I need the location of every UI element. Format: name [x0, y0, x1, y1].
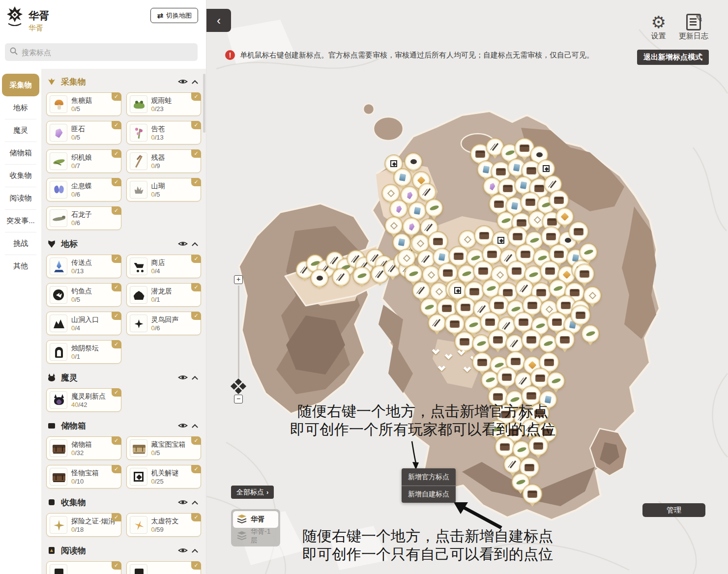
checkbox-checked[interactable]: ✓ — [112, 92, 121, 101]
blue-item-marker[interactable] — [506, 198, 523, 214]
switch-map-button[interactable]: ⇄ 切换地图 — [150, 8, 198, 23]
diamond-marker[interactable] — [423, 266, 439, 283]
crystal-marker[interactable] — [390, 201, 407, 217]
diamond-marker[interactable] — [412, 235, 429, 252]
sidebar-category-6[interactable]: 突发事... — [2, 209, 39, 232]
chest-marker[interactable] — [445, 315, 464, 333]
filter-card[interactable]: 石龙子0/6✓ — [46, 206, 121, 230]
checkbox-checked[interactable]: ✓ — [112, 121, 121, 129]
chest-marker[interactable] — [473, 353, 492, 372]
chest-marker[interactable] — [523, 296, 542, 315]
chest-marker[interactable] — [541, 261, 559, 280]
checkbox-checked[interactable]: ✓ — [112, 312, 121, 320]
checkbox-checked[interactable]: ✓ — [112, 206, 121, 215]
creature-marker[interactable] — [582, 325, 599, 342]
chest-marker[interactable] — [507, 261, 526, 280]
collapse-chevron-icon[interactable] — [192, 242, 198, 248]
context-menu-item-1[interactable]: 新增自建标点 — [402, 486, 456, 503]
visibility-eye-icon[interactable] — [178, 422, 188, 430]
chest-marker[interactable] — [449, 247, 468, 265]
filter-card[interactable]: 传送点0/13✓ — [46, 255, 121, 278]
filter-card[interactable]: 山洞入口0/4✓ — [46, 312, 121, 335]
chest-marker[interactable] — [483, 245, 501, 263]
puzzle-marker[interactable] — [538, 160, 554, 177]
sidebar-category-3[interactable]: 储物箱 — [2, 142, 39, 164]
chest-marker[interactable] — [438, 263, 457, 282]
chest-marker[interactable] — [475, 226, 494, 245]
blue-item-marker[interactable] — [393, 234, 410, 251]
sidebar-category-4[interactable]: 收集物 — [2, 164, 39, 187]
checkbox-checked[interactable]: ✓ — [112, 283, 121, 291]
filter-card[interactable]: ✓ — [126, 561, 202, 574]
visibility-eye-icon[interactable] — [178, 240, 188, 248]
crystal-marker[interactable] — [403, 218, 420, 235]
settings-button[interactable]: ⚙ 设置 — [651, 11, 666, 41]
creature-marker[interactable] — [426, 200, 442, 216]
chest-marker[interactable] — [481, 313, 499, 331]
dark-item-marker[interactable] — [405, 153, 422, 170]
filter-card[interactable]: 商店0/4✓ — [126, 255, 202, 278]
crystal-marker[interactable] — [484, 178, 500, 195]
filter-card[interactable]: 潜龙居0/1✓ — [126, 283, 202, 307]
layer-option-1[interactable]: 华胥-1层 — [233, 528, 278, 545]
filter-card[interactable]: 探险之证·烟消0/18✓ — [46, 513, 121, 537]
creature-marker[interactable] — [465, 316, 482, 333]
sidebar-category-1[interactable]: 地标 — [2, 96, 39, 119]
checkbox-checked[interactable]: ✓ — [191, 121, 201, 129]
checkbox-checked[interactable]: ✓ — [112, 255, 121, 263]
sidebar-category-8[interactable]: 其他 — [2, 255, 39, 277]
chest-marker[interactable] — [531, 369, 550, 387]
visibility-eye-icon[interactable] — [178, 78, 188, 86]
chest-marker[interactable] — [489, 330, 507, 349]
chest-marker[interactable] — [571, 306, 590, 324]
relic-marker[interactable] — [429, 315, 445, 331]
puzzle-marker[interactable] — [449, 282, 466, 299]
diamond-marker[interactable] — [584, 287, 601, 304]
checkbox-checked[interactable]: ✓ — [191, 283, 201, 291]
collapse-chevron-icon[interactable] — [192, 500, 198, 507]
checkbox-checked[interactable]: ✓ — [112, 513, 121, 521]
sidebar-category-0[interactable]: 采集物 — [2, 74, 39, 96]
creature-marker[interactable] — [421, 299, 437, 316]
filter-card[interactable]: 灵鸟回声0/6✓ — [126, 312, 202, 335]
filter-card[interactable]: 太虚符文0/59✓ — [126, 513, 202, 537]
checkbox-checked[interactable]: ✓ — [191, 149, 201, 158]
sidebar-category-2[interactable]: 魔灵 — [2, 119, 39, 142]
filter-card[interactable]: 魔灵刷新点40/42✓ — [46, 388, 121, 412]
search-input[interactable] — [22, 48, 193, 57]
relic-marker[interactable] — [516, 280, 533, 297]
manage-button[interactable]: 管理 — [642, 503, 705, 517]
creature-marker[interactable] — [497, 212, 514, 229]
diamond-marker[interactable] — [431, 283, 447, 300]
checkbox-checked[interactable]: ✓ — [112, 561, 121, 570]
chest-marker[interactable] — [516, 245, 535, 263]
chest-marker[interactable] — [575, 264, 594, 283]
filter-card[interactable]: ✓ — [46, 561, 121, 574]
creature-marker[interactable] — [580, 244, 597, 260]
chest-marker[interactable] — [548, 313, 566, 331]
chest-marker[interactable] — [497, 368, 516, 386]
map-canvas[interactable]: 随便右键一个地方，点击新增官方标点 即可创作一个所有玩家都可以看到的点位 随便右… — [206, 0, 728, 574]
changelog-button[interactable]: 更新日志 — [679, 11, 708, 41]
filter-card[interactable]: 机关解谜0/25✓ — [126, 465, 202, 488]
exit-add-marker-mode-button[interactable]: 退出新增标点模式 — [637, 50, 709, 65]
chest-marker[interactable] — [569, 222, 588, 241]
diamond-marker[interactable] — [398, 250, 415, 266]
all-points-button[interactable]: 全部标点 › — [231, 486, 274, 499]
relic-marker[interactable] — [504, 456, 521, 473]
diamond-marker[interactable] — [382, 185, 399, 201]
filter-card[interactable]: 烛阴祭坛0/1✓ — [46, 340, 121, 364]
sidebar-scrollbar[interactable] — [203, 74, 205, 133]
checkbox-checked[interactable]: ✓ — [112, 465, 121, 473]
arrow-down-marker[interactable] — [431, 345, 440, 355]
creature-marker[interactable] — [483, 280, 499, 297]
checkbox-checked[interactable]: ✓ — [191, 255, 201, 263]
checkbox-checked[interactable]: ✓ — [112, 149, 121, 158]
sidebar-category-5[interactable]: 阅读物 — [2, 187, 39, 209]
relic-marker[interactable] — [418, 251, 435, 267]
chest-marker[interactable] — [550, 245, 568, 263]
chest-marker[interactable] — [514, 313, 533, 331]
chest-marker[interactable] — [456, 298, 475, 316]
sidebar-category-7[interactable]: 挑战 — [2, 232, 39, 255]
filter-card[interactable]: 匪石0/5✓ — [46, 121, 121, 144]
